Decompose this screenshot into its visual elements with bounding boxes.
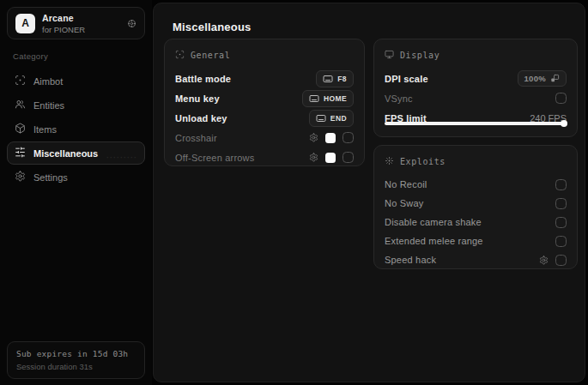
- keybind-value: END: [330, 114, 347, 123]
- sidebar-item-aimbot[interactable]: Aimbot: [7, 69, 145, 93]
- sidebar: A Arcane for PIONER Category Aimbot Enti…: [0, 0, 152, 385]
- setting-row-no-recoil: No Recoil: [385, 175, 567, 194]
- setting-label: No Recoil: [385, 179, 427, 189]
- setting-row-battle-mode: Battle mode F8: [175, 69, 354, 88]
- gear-icon[interactable]: [309, 153, 318, 162]
- general-panel: General Battle mode F8 Menu key HOME Unl…: [164, 39, 365, 166]
- sidebar-nav: Aimbot Entities Items Miscellaneous ····…: [0, 69, 152, 189]
- main-content: Miscellaneous General Battle mode F8 Men…: [153, 3, 585, 382]
- disable-camera-shake-checkbox[interactable]: [555, 217, 567, 228]
- app-title-block: Arcane for PIONER: [42, 13, 85, 34]
- keybind-button-menu-key[interactable]: HOME: [302, 90, 354, 107]
- subscription-info: Sub expires in 15d 03h Session duration …: [7, 341, 145, 379]
- page-title: Miscellaneous: [173, 21, 251, 33]
- no-recoil-checkbox[interactable]: [555, 179, 567, 190]
- keybind-button-unload-key[interactable]: END: [309, 110, 354, 127]
- general-panel-title: General: [191, 51, 230, 60]
- sub-expiry-text: Sub expires in 15d 03h: [16, 349, 136, 358]
- gear-icon: [15, 171, 26, 183]
- keybind-value: HOME: [324, 94, 347, 103]
- setting-label: Battle mode: [175, 74, 231, 84]
- display-panel-header: Display: [385, 49, 567, 61]
- sidebar-item-label: Aimbot: [33, 76, 63, 87]
- setting-label: VSync: [385, 93, 413, 104]
- sliders-icon: [15, 147, 26, 159]
- setting-label: Extended melee range: [385, 236, 483, 246]
- shimmer-dots: ·········: [106, 152, 137, 164]
- keybind-value: F8: [337, 75, 347, 83]
- exploits-panel-header: Exploits: [385, 155, 567, 167]
- dpi-scale-select[interactable]: 100%: [518, 70, 567, 87]
- setting-label: No Sway: [385, 198, 423, 208]
- sidebar-item-label: Items: [33, 124, 57, 135]
- setting-label: Disable camera shake: [385, 217, 482, 227]
- offscreen-arrows-checkbox[interactable]: [342, 152, 354, 163]
- setting-row-extended-melee-range: Extended melee range: [385, 232, 567, 250]
- setting-label: DPI scale: [385, 74, 428, 84]
- display-panel: Display DPI scale 100% VSync FPS limit 2…: [373, 39, 578, 137]
- setting-label: Menu key: [175, 93, 220, 104]
- extended-melee-range-checkbox[interactable]: [555, 236, 567, 247]
- app-subtitle: for PIONER: [42, 25, 85, 34]
- dpi-scale-value: 100%: [524, 74, 547, 83]
- fps-limit-slider[interactable]: [385, 120, 567, 127]
- display-panel-title: Display: [400, 51, 439, 60]
- crosshair-checkbox[interactable]: [342, 132, 354, 143]
- speed-hack-checkbox[interactable]: [555, 255, 567, 266]
- color-swatch[interactable]: [325, 133, 336, 143]
- users-icon: [15, 99, 26, 111]
- slider-fill: [385, 122, 567, 125]
- color-swatch[interactable]: [325, 153, 336, 163]
- scan-icon: [15, 75, 26, 87]
- slider-knob[interactable]: [561, 120, 567, 127]
- keybind-button-battle-mode[interactable]: F8: [316, 70, 354, 87]
- exploits-panel: Exploits No Recoil No Sway Disable camer…: [373, 145, 578, 269]
- scaling-icon: [550, 74, 560, 83]
- sidebar-item-settings[interactable]: Settings: [7, 165, 145, 189]
- exploits-panel-title: Exploits: [400, 157, 446, 166]
- setting-row-no-sway: No Sway: [385, 194, 567, 213]
- sidebar-item-miscellaneous[interactable]: Miscellaneous ·········: [7, 141, 145, 165]
- setting-label: Speed hack: [385, 255, 436, 265]
- sidebar-item-entities[interactable]: Entities: [7, 93, 145, 117]
- setting-label: Crosshair: [175, 133, 217, 143]
- keyboard-icon: [309, 93, 319, 104]
- package-icon: [15, 123, 26, 135]
- app-header: A Arcane for PIONER: [7, 7, 145, 39]
- setting-row-menu-key: Menu key HOME: [175, 88, 354, 108]
- setting-label: Off-Screen arrows: [175, 153, 254, 163]
- sidebar-item-items[interactable]: Items: [7, 117, 145, 141]
- setting-row-disable-camera-shake: Disable camera shake: [385, 213, 567, 232]
- gear-icon[interactable]: [539, 256, 549, 265]
- setting-row-vsync: VSync: [385, 88, 567, 108]
- session-duration-text: Session duration 31s: [16, 362, 136, 371]
- no-sway-checkbox[interactable]: [555, 198, 567, 209]
- category-label: Category: [13, 51, 152, 61]
- keyboard-icon: [323, 74, 333, 84]
- keyboard-icon: [316, 113, 326, 123]
- vsync-checkbox[interactable]: [555, 93, 567, 104]
- setting-row-unload-key: Unload key END: [175, 108, 354, 128]
- setting-row-offscreen-arrows: Off-Screen arrows: [175, 147, 354, 167]
- monitor-icon: [385, 50, 394, 61]
- gear-icon[interactable]: [127, 19, 136, 28]
- app-name: Arcane: [42, 13, 85, 23]
- grid-scan-icon: [175, 50, 185, 61]
- setting-row-speed-hack: Speed hack: [385, 250, 567, 269]
- setting-row-crosshair: Crosshair: [175, 128, 354, 147]
- radiation-icon: [385, 156, 394, 167]
- gear-icon[interactable]: [309, 133, 318, 142]
- sidebar-item-label: Settings: [33, 172, 68, 183]
- setting-label: Unload key: [175, 113, 227, 123]
- setting-row-dpi-scale: DPI scale 100%: [385, 69, 567, 88]
- sidebar-item-label: Miscellaneous: [33, 148, 98, 159]
- sidebar-item-label: Entities: [33, 100, 64, 111]
- general-panel-header: General: [175, 49, 354, 61]
- app-logo: A: [15, 14, 35, 33]
